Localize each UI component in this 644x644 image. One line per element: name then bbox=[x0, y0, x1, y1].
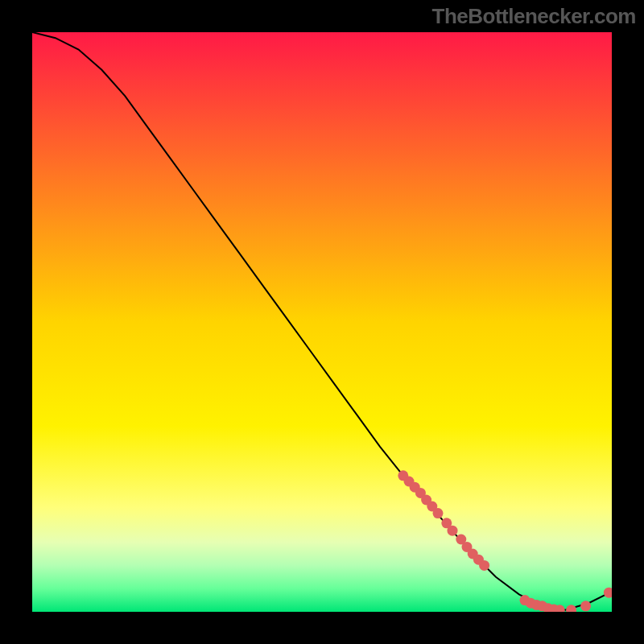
watermark-text: TheBottlenecker.com bbox=[432, 4, 636, 29]
gradient-background bbox=[32, 32, 612, 612]
data-marker bbox=[479, 560, 489, 571]
data-marker bbox=[580, 601, 591, 611]
chart-frame: TheBottlenecker.com bbox=[0, 0, 644, 644]
data-marker bbox=[448, 526, 458, 536]
data-marker bbox=[433, 508, 444, 518]
bottleneck-chart bbox=[32, 32, 612, 612]
